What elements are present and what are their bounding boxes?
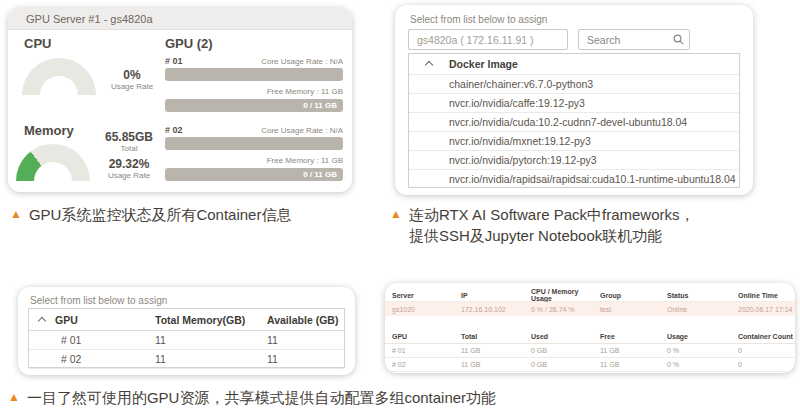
column-header-gpu: GPU [55,314,155,326]
gpu-list-panel: Select from list below to assign GPU Tot… [18,287,355,375]
panel-title: GPU Server #1 - gs4820a [8,8,352,30]
memory-section-label: Memory [24,123,74,138]
cell-total-memory: 11 [155,353,267,365]
gpu-core-usage-bar [165,137,343,150]
docker-image-row[interactable]: chainer/chainer:v6.7.0-python3 [409,74,739,93]
cell-free: 11 GB [600,361,667,368]
docker-image-table-header: Docker Image [409,54,739,74]
memory-usage-value: 29.32% [94,157,164,171]
gpu-memory-bar: 0 / 11 GB [165,99,343,112]
docker-image-row[interactable]: nvcr.io/nvidia/cuda:10.2-cudnn7-devel-ub… [409,112,739,131]
server-table-header: Server IP CPU / Memory Usage Group Statu… [385,288,795,302]
panel-title: Select from list below to assign [410,14,547,25]
column-header-total-memory: Total Memory(GB) [155,314,267,326]
caption-gpu-resources: ▲ 一目了然可使用的GPU资源，共享模式提供自动配置多组container功能 [8,387,496,408]
collapse-icon[interactable] [425,61,433,69]
gpu-core-usage: Core Usage Rate : N/A [261,126,343,135]
triangle-marker-icon: ▲ [390,204,402,225]
cell-used: 0 GB [531,361,600,368]
cell-available: 11 [267,334,344,346]
gpu-table-header: GPU Total Used Free Usage Container Coun… [385,330,795,344]
gpu-list-row[interactable]: # 02 11 11 [29,350,344,369]
caption-text: 连动RTX AI Software Pack中frameworks， 提供SSH… [409,204,695,246]
cell-ip: 172.16.10.102 [461,306,531,313]
memory-total-value: 65.85GB [94,130,164,144]
cell-container-count: 0 [738,361,795,368]
caption-frameworks: ▲ 连动RTX AI Software Pack中frameworks， 提供S… [390,204,695,246]
gpu-status-row[interactable]: # 02 11 GB 0 GB 11 GB 0 % 0 [385,358,795,372]
cell-gpu-id: # 01 [392,347,461,354]
gpu-core-usage-bar [165,68,343,81]
cell-usage: 0 % [667,347,738,354]
column-header-group: Group [600,292,667,299]
docker-image-table: Docker Image chainer/chainer:v6.7.0-pyth… [408,53,740,188]
cell-used: 0 GB [531,347,600,354]
memory-usage-stats: 65.85GB Total 29.32% Usage Rate [94,130,164,181]
column-header-online-time: Online Time [738,292,795,299]
column-header-container-count: Container Count [738,333,795,340]
cell-usage: 0 % [667,361,738,368]
gpu-list-table: GPU Total Memory(GB) Available (GB) # 01… [28,308,345,368]
search-icon[interactable] [673,34,684,45]
triangle-marker-icon: ▲ [10,204,22,225]
server-row[interactable]: gs1020 172.16.10.102 0 % / 26.74 % test … [385,302,795,316]
gpu-list-header-row: GPU Total Memory(GB) Available (GB) [29,309,344,331]
cell-gpu-id: # 01 [55,334,155,346]
cpu-usage-stats: 0% Usage Rate [102,68,162,92]
cell-free: 11 GB [600,347,667,354]
gpu-status-row[interactable]: # 01 11 GB 0 GB 11 GB 0 % 0 [385,344,795,358]
column-header-available: Available (GB) [267,314,344,326]
cell-total: 11 GB [461,347,531,354]
gpu-section-label: GPU (2) [165,36,213,51]
docker-image-row[interactable]: nvcr.io/nvidia/caffe:19.12-py3 [409,93,739,112]
gpu-item-02: # 02 Core Usage Rate : N/A Free Memory :… [165,125,343,181]
gpu-free-memory: Free Memory : 11 GB [165,156,343,166]
cell-online-time: 2020.06.17 17:14 [738,306,795,313]
caption-line-2: 提供SSH及Jupyter Notebook联机功能 [409,225,695,246]
cell-gpu-id: # 02 [392,361,461,368]
cell-status: Online [667,306,738,313]
cpu-section-label: CPU [24,36,51,51]
gpu-id: # 02 [165,125,183,135]
search-box [578,29,690,50]
column-header-used: Used [531,333,600,340]
column-header-cpu-memory-usage: CPU / Memory Usage [531,288,600,302]
docker-image-row[interactable]: nvcr.io/nvidia/mxnet:19.12-py3 [409,131,739,150]
cpu-usage-caption: Usage Rate [102,82,162,92]
gpu-list-row[interactable]: # 01 11 11 [29,331,344,350]
memory-usage-gauge [16,144,90,181]
cell-group: test [600,306,667,313]
cell-gpu-id: # 02 [55,353,155,365]
cell-container-count: 0 [738,347,795,354]
docker-image-row[interactable]: nvcr.io/nvidia/pytorch:19.12-py3 [409,150,739,169]
gpu-core-usage: Core Usage Rate : N/A [261,57,343,66]
gpu-item-01: # 01 Core Usage Rate : N/A Free Memory :… [165,56,343,112]
memory-usage-caption: Usage Rate [94,171,164,181]
cell-cpu-memory-usage: 0 % / 26.74 % [531,306,600,313]
collapse-icon[interactable] [38,316,46,324]
server-field[interactable] [408,29,568,50]
gpu-memory-bar: 0 / 11 GB [165,168,343,181]
server-status-panel: Server IP CPU / Memory Usage Group Statu… [385,283,795,373]
column-header-status: Status [667,292,738,299]
docker-image-panel: Select from list below to assign Docker … [395,5,753,195]
caption-text: GPU系统监控状态及所有Container信息 [29,204,292,225]
docker-image-row[interactable]: nvcr.io/nvidia/rapidsai/rapidsai:cuda10.… [409,169,739,188]
cpu-usage-gauge [22,58,96,95]
cell-total: 11 GB [461,361,531,368]
caption-line-1: 连动RTX AI Software Pack中frameworks， [409,204,695,225]
caption-text: 一目了然可使用的GPU资源，共享模式提供自动配置多组container功能 [27,387,496,408]
caption-gpu-monitor: ▲ GPU系统监控状态及所有Container信息 [10,204,291,225]
cpu-usage-value: 0% [102,68,162,82]
gpu-free-memory: Free Memory : 11 GB [165,87,343,97]
column-header-total: Total [461,333,531,340]
triangle-marker-icon: ▲ [8,387,20,408]
gpu-id: # 01 [165,56,183,66]
docker-image-column-header: Docker Image [449,58,518,70]
cell-server: gs1020 [392,306,461,313]
cell-total-memory: 11 [155,334,267,346]
panel-title: Select from list below to assign [30,295,167,306]
column-header-ip: IP [461,292,531,299]
column-header-usage: Usage [667,333,738,340]
memory-total-caption: Total [94,144,164,154]
